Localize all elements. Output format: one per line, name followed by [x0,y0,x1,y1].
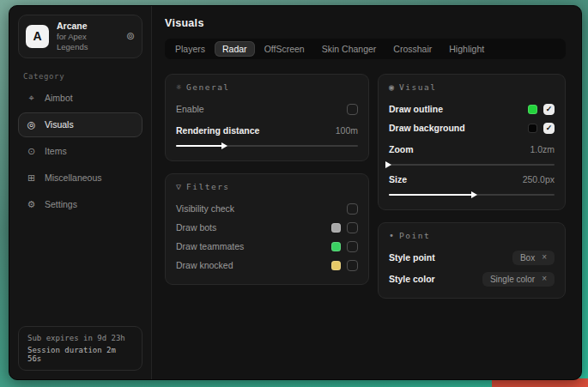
check-icon: ✓ [546,106,553,113]
panel-general-header: ☼ General [176,82,358,92]
visibility-check-checkbox[interactable]: ✓ [347,203,358,215]
setting-row-size: Size 250.0px [389,170,555,189]
app-name: Arcane [57,21,118,32]
sidebar-item-settings[interactable]: ⚙ Settings [18,192,142,217]
setting-label: Style point [389,252,512,263]
style-point-select[interactable]: Box × [512,251,555,265]
dot-icon: • [389,231,394,240]
size-slider[interactable] [389,194,555,196]
selected-option: Box [520,253,535,263]
setting-row-rendering-distance: Rendering distance 100m [176,121,358,140]
draw-outline-checkbox[interactable]: ✓ [543,104,555,115]
slider-fill [389,194,475,196]
sidebar-item-aimbot[interactable]: ⌖ Aimbot [18,86,142,111]
setting-label: Zoom [389,144,530,154]
tab-crosshair[interactable]: Crosshair [385,41,439,57]
app-logo: A [26,25,49,48]
setting-row-draw-teammates: Draw teammates ✓ [176,237,358,256]
setting-label: Style color [389,274,482,284]
tab-highlight[interactable]: Highlight [441,41,492,57]
sidebar-item-label: Aimbot [45,93,73,103]
setting-label: Enable [176,104,347,114]
draw-outline-color-swatch[interactable] [528,105,537,114]
setting-row-style-color: Style color Single color × [389,269,555,288]
setting-label: Draw outline [389,104,528,114]
slider-thumb[interactable] [471,191,477,198]
sidebar-item-miscellaneous[interactable]: ⊞ Miscellaneous [18,166,142,190]
setting-row-draw-bots: Draw bots ✓ [176,218,358,237]
setting-label: Draw knocked [176,260,331,270]
panel-visual-header: ◉ Visual [389,82,555,92]
zoom-value: 1.0zm [530,144,555,154]
rendering-distance-slider[interactable] [176,145,358,147]
draw-bots-color-swatch[interactable] [331,223,341,233]
setting-label: Draw background [389,123,528,133]
panel-title: Point [399,231,430,240]
app-title-block: Arcane for Apex Legends [57,21,118,52]
draw-bots-checkbox[interactable]: ✓ [347,222,358,233]
slider-thumb[interactable] [385,161,391,168]
draw-teammates-checkbox[interactable]: ✓ [347,241,358,252]
sidebar-item-label: Miscellaneous [45,172,102,183]
draw-background-color-swatch[interactable] [528,124,537,133]
draw-knocked-color-swatch[interactable] [331,261,341,270]
tab-radar[interactable]: Radar [215,41,255,57]
sub-expires-text: Sub expires in 9d 23h [27,334,133,342]
session-info-card: Sub expires in 9d 23h Session duration 2… [18,326,142,371]
panel-title: Visual [399,82,436,92]
close-icon[interactable]: × [542,275,547,283]
draw-knocked-checkbox[interactable]: ✓ [347,260,358,271]
tab-players[interactable]: Players [167,41,213,57]
size-value: 250.0px [523,174,555,184]
tab-bar: Players Radar OffScreen Skin Changer Cro… [165,39,566,59]
tab-offscreen[interactable]: OffScreen [257,41,312,57]
draw-teammates-color-swatch[interactable] [331,242,341,251]
target-icon[interactable]: ⊚ [126,30,135,42]
setting-label: Size [389,174,523,184]
main-content: Visuals Players Radar OffScreen Skin Cha… [152,6,581,379]
app-subtitle: for Apex Legends [57,32,118,52]
panel-general: ☼ General Enable ✓ Rendering distance 10… [165,74,369,161]
items-icon: ⊙ [26,146,37,157]
panel-point: • Point Style point Box × Style color [378,222,566,299]
enable-checkbox[interactable]: ✓ [347,104,358,115]
zoom-slider[interactable] [389,164,555,166]
sidebar-item-label: Visuals [45,119,74,130]
setting-row-visibility-check: Visibility check ✓ [176,199,358,218]
setting-label: Draw bots [176,222,331,233]
close-icon[interactable]: × [542,253,547,262]
tab-skin-changer[interactable]: Skin Changer [314,41,385,57]
session-duration-text: Session duration 2m 56s [27,346,133,363]
app-header-card: A Arcane for Apex Legends ⊚ [18,15,142,58]
check-icon: ✓ [546,124,553,132]
setting-label: Draw teammates [176,241,331,251]
slider-thumb[interactable] [221,142,227,149]
sidebar-item-visuals[interactable]: ◎ Visuals [18,112,142,137]
setting-row-enable: Enable ✓ [176,100,358,118]
panel-filters-header: ▽ Filters [176,182,358,191]
draw-background-checkbox[interactable]: ✓ [543,123,555,134]
panel-title: Filters [186,182,230,191]
funnel-icon: ▽ [176,182,181,191]
grid-icon: ⊞ [26,172,37,184]
setting-row-draw-background: Draw background ✓ [389,118,555,137]
eye-icon: ◉ [389,82,394,92]
panel-visual: ◉ Visual Draw outline ✓ Draw background [378,74,566,210]
setting-row-draw-knocked: Draw knocked ✓ [176,256,358,275]
setting-label: Visibility check [176,203,347,214]
panel-point-header: • Point [389,231,555,240]
setting-label: Rendering distance [176,125,336,136]
rendering-distance-value: 100m [336,125,358,136]
category-label: Category [23,72,142,81]
sun-icon: ☼ [176,82,181,92]
setting-row-style-point: Style point Box × [389,248,555,267]
style-color-select[interactable]: Single color × [482,272,555,287]
setting-row-draw-outline: Draw outline ✓ [389,100,555,118]
panel-title: General [186,82,230,92]
panel-filters: ▽ Filters Visibility check ✓ Draw bots ✓ [165,173,369,285]
sidebar: A Arcane for Apex Legends ⊚ Category ⌖ A… [9,6,152,379]
sidebar-item-items[interactable]: ⊙ Items [18,139,142,164]
eye-orbit-icon: ◎ [26,119,37,130]
slider-fill [176,145,225,147]
desktop-background: A Arcane for Apex Legends ⊚ Category ⌖ A… [0,0,588,387]
